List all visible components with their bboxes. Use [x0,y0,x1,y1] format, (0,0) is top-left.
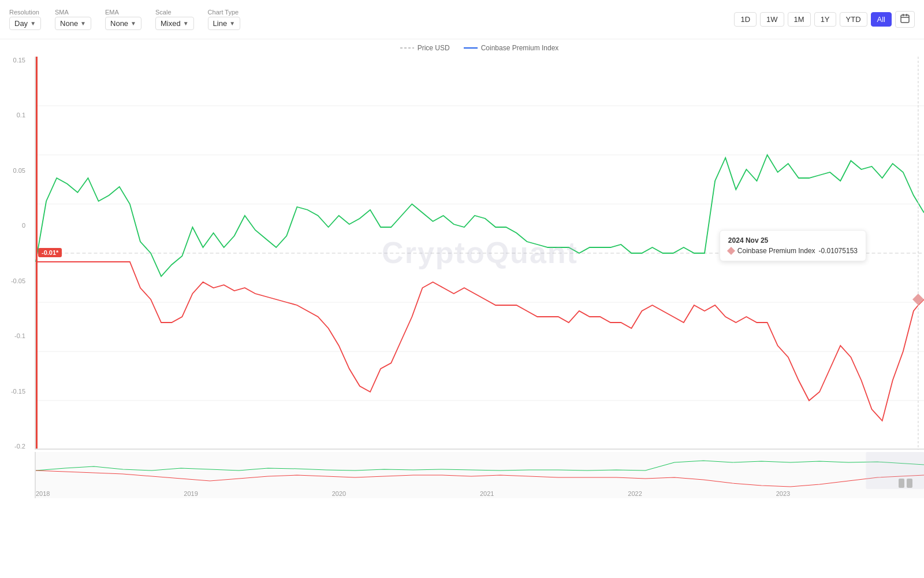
x-mini-2023: 2023 [776,490,790,497]
red-indicator-bar [36,57,38,449]
scrollbar-area[interactable] [899,479,912,488]
time-controls: 1D 1W 1M 1Y YTD All [734,11,915,28]
y-label-n010: -0.1 [14,332,25,339]
ema-label: EMA [105,9,141,16]
resolution-value: Day [14,19,28,28]
x-mini-2020: 2020 [332,490,346,497]
x-mini-2019: 2019 [184,490,198,497]
time-btn-1w[interactable]: 1W [760,12,784,27]
sma-value: None [60,19,78,28]
time-btn-all[interactable]: All [871,12,892,27]
svg-rect-14 [912,294,924,305]
y-axis: 0.15 0.1 0.05 0 -0.05 -0.1 -0.15 -0.2 [0,57,35,490]
chart-type-label: Chart Type [208,9,240,16]
premium-index-line-icon [464,45,478,51]
chart-container: 0.15 0.1 0.05 0 -0.05 -0.1 -0.15 -0.2 Pr… [0,39,924,525]
current-value-badge: -0.01* [38,248,62,257]
tooltip-date: 2024 Nov 25 [728,236,858,244]
ema-value: None [110,19,128,28]
mini-chart: 2018 2019 2020 2021 2022 2023 [35,452,924,498]
resolution-arrow: ▼ [30,20,36,27]
main-chart: CryptoQuant -0.01* [35,57,924,450]
mini-svg-chart [36,452,924,489]
x-mini-2021: 2021 [480,490,494,497]
sma-select[interactable]: None ▼ [55,17,91,30]
x-mini-2018: 2018 [36,490,50,497]
scale-select[interactable]: Mixed ▼ [155,17,194,30]
scrollbar-left-handle[interactable] [899,479,904,488]
y-label-n015: -0.15 [11,388,25,395]
chart-area: Price USD Coinbase Premium Index CryptoQ… [35,39,924,525]
legend-price-usd-label: Price USD [418,44,450,52]
svg-rect-15 [866,452,924,489]
ema-group: EMA None ▼ [105,9,141,30]
legend-premium-index: Coinbase Premium Index [464,44,559,52]
scale-label: Scale [155,9,194,16]
sma-arrow: ▼ [80,20,86,27]
x-axis-mini: 2018 2019 2020 2021 2022 2023 [36,489,924,497]
legend-premium-index-label: Coinbase Premium Index [481,44,559,52]
y-label-005: 0.05 [13,167,25,174]
y-label-n020: -0.2 [14,443,25,450]
sma-label: SMA [55,9,91,16]
time-btn-ytd[interactable]: YTD [840,12,867,27]
tooltip-row: Coinbase Premium Index -0.01075153 [728,247,858,255]
chart-type-arrow: ▼ [229,20,235,27]
chart-type-select[interactable]: Line ▼ [208,17,240,30]
scale-arrow: ▼ [183,20,189,27]
time-btn-1y[interactable]: 1Y [814,12,836,27]
sma-group: SMA None ▼ [55,9,91,30]
tooltip-indicator: Coinbase Premium Index [737,247,815,255]
legend: Price USD Coinbase Premium Index [35,39,924,57]
ema-select[interactable]: None ▼ [105,17,141,30]
calendar-button[interactable] [895,11,915,28]
y-label-010: 0.1 [17,112,25,118]
resolution-group: Resolution Day ▼ [9,9,41,30]
price-usd-line-icon [400,45,414,51]
toolbar: Resolution Day ▼ SMA None ▼ EMA None ▼ S… [0,0,924,39]
time-btn-1m[interactable]: 1M [788,12,811,27]
tooltip-value: -0.01075153 [819,247,858,255]
tooltip-diamond-icon [727,247,735,255]
legend-price-usd: Price USD [400,44,450,52]
resolution-select[interactable]: Day ▼ [9,17,41,30]
resolution-label: Resolution [9,9,41,16]
chart-type-value: Line [213,19,228,28]
x-mini-2022: 2022 [628,490,642,497]
y-label-015: 0.15 [13,57,25,64]
y-label-000: 0 [22,222,25,229]
ema-arrow: ▼ [131,20,136,27]
tooltip-box: 2024 Nov 25 Coinbase Premium Index -0.01… [720,230,866,261]
y-label-n005: -0.05 [11,277,25,284]
scale-value: Mixed [161,19,181,28]
svg-rect-0 [901,15,909,23]
calendar-icon [900,14,910,23]
scrollbar-right-handle[interactable] [907,479,912,488]
scale-group: Scale Mixed ▼ [155,9,194,30]
time-btn-1d[interactable]: 1D [734,12,757,27]
chart-type-group: Chart Type Line ▼ [208,9,240,30]
